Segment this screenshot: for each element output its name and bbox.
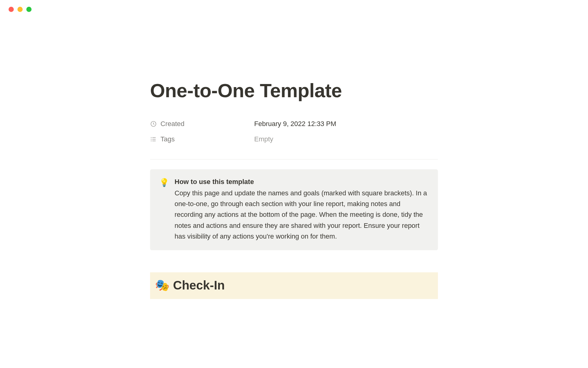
property-created-row[interactable]: Created February 9, 2022 12:33 PM [150, 116, 438, 132]
callout-title[interactable]: How to use this template [175, 178, 429, 186]
property-created-label: Created [150, 120, 254, 128]
properties-table: Created February 9, 2022 12:33 PM Tags [150, 116, 438, 147]
window-close-button[interactable] [9, 7, 14, 12]
page-container: One-to-One Template Created February 9, … [74, 12, 514, 299]
clock-icon [150, 121, 157, 127]
property-tags-row[interactable]: Tags Empty [150, 132, 438, 147]
window-controls [0, 0, 588, 12]
svg-point-6 [151, 141, 151, 141]
page-title[interactable]: One-to-One Template [150, 79, 438, 102]
window-minimize-button[interactable] [17, 7, 23, 12]
callout-box[interactable]: 💡 How to use this template Copy this pag… [150, 169, 438, 250]
property-tags-label: Tags [150, 135, 254, 143]
masks-icon: 🎭 [155, 278, 169, 292]
section-checkin-title[interactable]: Check-In [173, 278, 225, 292]
property-created-label-text: Created [160, 120, 184, 128]
callout-body[interactable]: Copy this page and update the names and … [175, 188, 429, 242]
list-icon [150, 136, 157, 143]
property-tags-label-text: Tags [160, 135, 175, 143]
svg-point-5 [151, 139, 151, 140]
divider [150, 159, 438, 159]
window-maximize-button[interactable] [26, 7, 32, 12]
section-checkin-heading[interactable]: 🎭 Check-In [150, 272, 438, 299]
lightbulb-icon: 💡 [159, 178, 169, 242]
svg-point-4 [151, 137, 151, 138]
property-tags-value[interactable]: Empty [254, 135, 273, 143]
property-created-value[interactable]: February 9, 2022 12:33 PM [254, 120, 336, 128]
callout-content: How to use this template Copy this page … [175, 178, 429, 242]
